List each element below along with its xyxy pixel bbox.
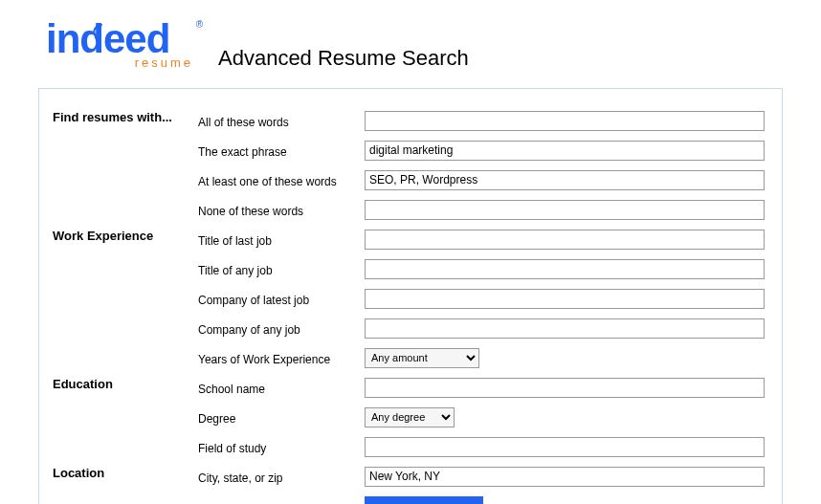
section-find-resumes: Find resumes with... [53, 106, 198, 124]
label-company-any: Company of any job [198, 319, 365, 337]
search-form: Find resumes with... All of these words … [38, 88, 783, 504]
label-city-state-zip: City, state, or zip [198, 468, 365, 485]
find-resumes-button[interactable]: Find Resumes [365, 496, 483, 504]
label-exact-phrase: The exact phrase [198, 142, 365, 159]
page-header: indeed resume ® Advanced Resume Search [0, 11, 821, 82]
logo-main-text: indeed [46, 19, 199, 59]
label-years-experience: Years of Work Experience [198, 349, 365, 366]
input-title-any[interactable] [365, 259, 765, 279]
input-field-of-study[interactable] [365, 437, 765, 457]
input-all-words[interactable] [365, 111, 765, 131]
input-school-name[interactable] [365, 378, 765, 398]
input-at-least-one[interactable] [365, 170, 765, 190]
page-title: Advanced Resume Search [218, 46, 469, 75]
label-all-words: All of these words [198, 112, 365, 129]
label-title-last: Title of last job [198, 230, 365, 248]
input-title-last[interactable] [365, 230, 765, 250]
section-work-experience: Work Experience [53, 225, 198, 243]
label-at-least-one: At least one of these words [198, 171, 365, 188]
input-exact-phrase[interactable] [365, 141, 765, 161]
logo-registered-icon: ® [196, 19, 203, 30]
input-company-any[interactable] [365, 318, 765, 339]
label-title-any: Title of any job [198, 260, 365, 277]
label-company-latest: Company of latest job [198, 290, 365, 307]
select-degree[interactable]: Any degree [365, 407, 455, 427]
indeed-logo: indeed resume ® [46, 19, 199, 75]
label-none-words: None of these words [198, 201, 365, 218]
label-degree: Degree [198, 408, 365, 426]
label-school-name: School name [198, 379, 365, 396]
input-company-latest[interactable] [365, 289, 765, 309]
section-location: Location [53, 462, 198, 480]
input-city-state-zip[interactable] [365, 467, 765, 487]
label-field-of-study: Field of study [198, 438, 365, 455]
input-none-words[interactable] [365, 200, 765, 220]
section-education: Education [53, 373, 198, 391]
select-years-experience[interactable]: Any amount [365, 348, 479, 368]
